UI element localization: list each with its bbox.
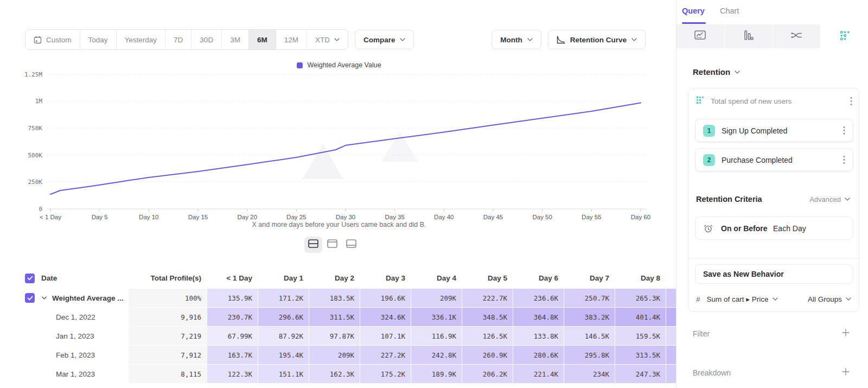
row-label-cell[interactable]: Jan 1, 2023	[22, 327, 128, 345]
row-label-cell[interactable]: Dec 1, 2022	[22, 308, 128, 326]
expand-chevron-icon[interactable]	[42, 296, 47, 300]
range-6m[interactable]: 6M	[249, 30, 276, 49]
chevron-down-icon	[400, 38, 405, 41]
add-filter-button[interactable]	[842, 329, 850, 338]
row-checkbox[interactable]	[25, 293, 35, 303]
column-header[interactable]: Day 8	[615, 268, 666, 288]
svg-text:Day 50: Day 50	[532, 214, 552, 220]
tab-chart[interactable]: Chart	[720, 7, 739, 15]
range-3m[interactable]: 3M	[222, 30, 249, 49]
tab-flows[interactable]	[773, 24, 821, 48]
retention-value-cell: 336.1K	[411, 308, 462, 326]
chart-only-toggle[interactable]	[323, 237, 341, 253]
column-header[interactable]: Day 1	[258, 268, 309, 288]
svg-text:< 1 Day: < 1 Day	[40, 214, 61, 220]
retention-value-cell: 227.2K	[360, 346, 411, 364]
groups-dropdown[interactable]: All Groups	[808, 295, 851, 303]
retention-value-cell: 221.4K	[513, 365, 564, 383]
sidebar-tabs: Query Chart	[682, 7, 739, 15]
svg-text:750K: 750K	[28, 125, 43, 132]
row-label: Mar 1, 2023	[56, 370, 95, 378]
kebab-menu-icon[interactable]	[849, 96, 853, 107]
range-xtd[interactable]: XTD	[307, 30, 348, 49]
column-header[interactable]: Total Profile(s)	[129, 268, 207, 288]
total-profiles-cell: 7,912	[129, 346, 207, 364]
retention-value-cell: 87.92K	[258, 327, 309, 345]
retention-value-cell: 135.9K	[207, 289, 258, 307]
table-only-icon	[346, 239, 356, 250]
flows-icon	[790, 30, 803, 42]
range-12m[interactable]: 12M	[276, 30, 307, 49]
column-header[interactable]: Day 3	[360, 268, 411, 288]
svg-text:0: 0	[39, 206, 42, 213]
row-label-cell[interactable]: Feb 1, 2023	[22, 346, 128, 364]
retention-value-cell: 230.7K	[207, 308, 258, 326]
granularity-button[interactable]: Month	[492, 30, 541, 49]
retention-value-cell: 171.2K	[258, 289, 309, 307]
kebab-menu-icon[interactable]	[842, 154, 846, 166]
funnels-icon	[743, 30, 754, 43]
kebab-menu-icon[interactable]	[842, 125, 846, 136]
svg-text:250K: 250K	[28, 179, 43, 186]
alarm-clock-icon	[703, 224, 713, 233]
table-only-toggle[interactable]	[342, 237, 360, 253]
svg-text:500K: 500K	[28, 152, 43, 159]
column-header[interactable]: Day 4	[411, 268, 462, 288]
row-label: Weighted Average ...	[52, 294, 124, 302]
tab-query[interactable]: Query	[682, 7, 705, 15]
number-type-icon: #	[696, 295, 700, 303]
column-header[interactable]: Day 6	[513, 268, 564, 288]
retention-value-cell: 313.5K	[615, 346, 666, 364]
retention-value-cell: 247.3K	[615, 365, 666, 383]
compare-button[interactable]: Compare	[355, 30, 414, 49]
row-label-cell[interactable]: Weighted Average ...	[22, 289, 128, 307]
save-as-new-behavior-button[interactable]: Save as New Behavior	[695, 264, 853, 284]
retention-value-cell: 311.5K	[309, 308, 360, 326]
plus-icon	[842, 368, 850, 377]
retention-value-cell: 250.7K	[564, 289, 615, 307]
retention-value-cell: 151.1K	[258, 365, 309, 383]
chart-type-button[interactable]: Retention Curve	[548, 30, 646, 49]
criteria-mode-dropdown[interactable]: Advanced	[809, 195, 850, 203]
retention-curve-icon	[557, 36, 565, 44]
select-all-checkbox[interactable]	[25, 273, 35, 283]
retention-value-cell: 122.3K	[207, 365, 258, 383]
total-profiles-cell: 9,916	[129, 308, 207, 326]
retention-value-cell: 280.6K	[513, 346, 564, 364]
filter-label: Filter	[693, 329, 710, 338]
range-30d[interactable]: 30D	[192, 30, 222, 49]
tab-retention[interactable]	[821, 24, 868, 48]
column-header[interactable]: Day 5	[462, 268, 513, 288]
retention-section-dropdown[interactable]: Retention	[693, 67, 740, 77]
retention-value-cell: 146.5K	[564, 327, 615, 345]
row-label: Jan 1, 2023	[56, 332, 94, 340]
behavior-step-2[interactable]: 2Purchase Completed	[695, 148, 853, 171]
step-event-label: Purchase Completed	[722, 156, 793, 164]
retention-value-cell: 296.6K	[258, 308, 309, 326]
chart-type-label: Retention Curve	[570, 36, 627, 44]
criteria-condition-card[interactable]: On or Before Each Day	[695, 217, 853, 240]
main-panel: CustomTodayYesterday7D30D3M6M12MXTD Comp…	[0, 0, 678, 388]
measure-property-dropdown[interactable]: Sum of cart ▸ Price	[707, 295, 778, 303]
behavior-step-1[interactable]: 1Sign Up Completed	[695, 119, 853, 142]
column-header[interactable]: Day 2	[309, 268, 360, 288]
tab-funnels[interactable]	[725, 24, 773, 48]
column-header[interactable]: Day 7	[564, 268, 615, 288]
toolbar: CustomTodayYesterday7D30D3M6M12MXTD Comp…	[25, 29, 646, 50]
breakdown-label: Breakdown	[693, 368, 731, 377]
compare-label: Compare	[363, 36, 395, 44]
column-header-date[interactable]: Date	[22, 268, 128, 288]
tab-insights[interactable]	[676, 24, 724, 48]
row-label-cell[interactable]: Mar 1, 2023	[22, 365, 128, 383]
range-today[interactable]: Today	[80, 30, 117, 49]
split-view-toggle[interactable]	[304, 237, 322, 253]
add-breakdown-button[interactable]	[842, 368, 850, 377]
range-7d[interactable]: 7D	[165, 30, 192, 49]
chevron-down-icon	[527, 38, 533, 41]
retention-value-cell: 163.7K	[207, 346, 258, 364]
range-yesterday[interactable]: Yesterday	[117, 30, 166, 49]
column-header[interactable]: < 1 Day	[207, 268, 258, 288]
report-type-tabs	[676, 24, 868, 48]
range-custom[interactable]: Custom	[25, 30, 80, 49]
view-toggle-group	[303, 236, 361, 254]
